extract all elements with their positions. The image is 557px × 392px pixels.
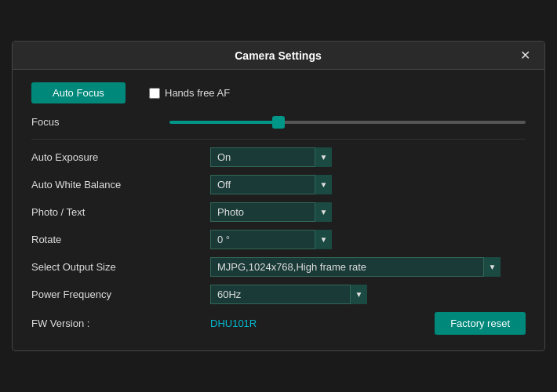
settings-row: Auto White BalanceOnOff▼ — [31, 175, 526, 194]
dropdown-wrapper: PhotoText▼ — [210, 202, 332, 222]
settings-row-label: Photo / Text — [31, 206, 204, 218]
camera-settings-dialog: Camera Settings ✕ Auto Focus Hands free … — [12, 41, 545, 351]
settings-row-label: Select Output Size — [31, 261, 204, 273]
settings-dropdown[interactable]: 0 °90 °180 °270 ° — [210, 230, 332, 249]
divider-1 — [31, 139, 526, 140]
settings-row: Auto ExposureOnOff▼ — [31, 147, 526, 167]
factory-reset-button[interactable]: Factory reset — [435, 312, 526, 335]
focus-label: Focus — [31, 116, 157, 128]
settings-dropdown[interactable]: MJPG,1024x768,High frame rateMJPG,640x48… — [210, 257, 501, 277]
settings-rows: Auto ExposureOnOff▼Auto White BalanceOnO… — [31, 147, 526, 304]
fw-label: FW Version : — [31, 318, 204, 329]
hands-free-text: Hands free AF — [165, 87, 230, 99]
settings-row-label: Auto White Balance — [31, 179, 204, 191]
dropdown-wrapper: 60Hz50Hz▼ — [210, 285, 367, 304]
settings-row-label: Power Frequency — [31, 289, 204, 300]
dropdown-wrapper: 0 °90 °180 °270 °▼ — [210, 230, 332, 249]
dropdown-wrapper: OnOff▼ — [210, 175, 332, 194]
dialog-content: Auto Focus Hands free AF Focus Auto Expo… — [13, 70, 544, 350]
title-bar: Camera Settings ✕ — [13, 42, 544, 70]
dropdown-wrapper: OnOff▼ — [210, 147, 332, 167]
close-button[interactable]: ✕ — [517, 48, 533, 63]
top-row: Auto Focus Hands free AF — [31, 82, 526, 103]
settings-row: Power Frequency60Hz50Hz▼ — [31, 285, 526, 304]
fw-value: DHU101R — [210, 318, 428, 329]
hands-free-checkbox[interactable] — [149, 88, 160, 99]
settings-row-label: Auto Exposure — [31, 151, 204, 163]
settings-dropdown[interactable]: OnOff — [210, 175, 332, 194]
focus-row: Focus — [31, 116, 526, 128]
settings-row: Photo / TextPhotoText▼ — [31, 202, 526, 222]
settings-dropdown[interactable]: OnOff — [210, 147, 332, 167]
dropdown-wrapper: MJPG,1024x768,High frame rateMJPG,640x48… — [210, 257, 501, 277]
settings-row: Rotate0 °90 °180 °270 °▼ — [31, 230, 526, 249]
fw-row: FW Version : DHU101R Factory reset — [31, 312, 526, 335]
settings-row: Select Output SizeMJPG,1024x768,High fra… — [31, 257, 526, 277]
focus-slider[interactable] — [169, 121, 526, 124]
settings-dropdown[interactable]: 60Hz50Hz — [210, 285, 367, 304]
settings-row-label: Rotate — [31, 234, 204, 245]
hands-free-label[interactable]: Hands free AF — [149, 87, 230, 99]
dialog-title: Camera Settings — [39, 49, 517, 62]
settings-dropdown[interactable]: PhotoText — [210, 202, 332, 222]
auto-focus-button[interactable]: Auto Focus — [31, 82, 126, 103]
